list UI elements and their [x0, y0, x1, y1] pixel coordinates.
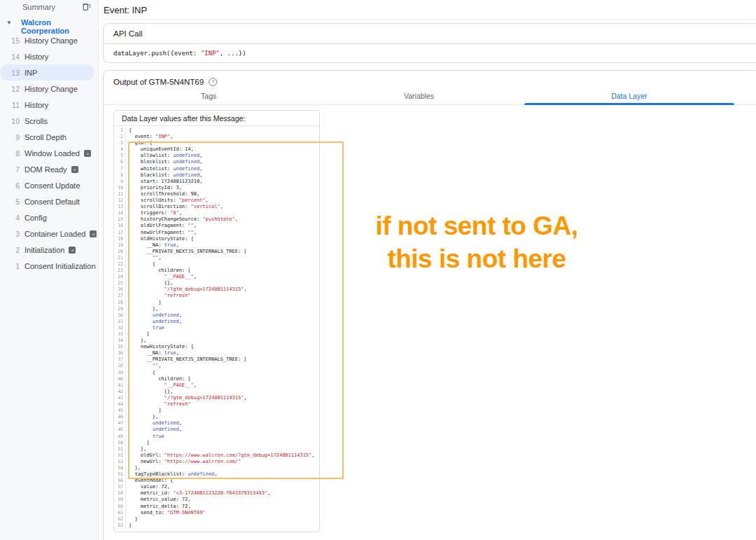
line-content: {}, — [126, 280, 173, 286]
code-line: 63 } — [114, 522, 319, 529]
line-content: metric_value: 72, — [126, 497, 191, 503]
line-content: children: [ — [126, 268, 191, 274]
tab-label: Data Layer — [611, 92, 647, 100]
sidebar-event-history[interactable]: 11 History — [0, 97, 98, 113]
clear-list-icon[interactable] — [81, 1, 92, 13]
sidebar-event-inp[interactable]: 13 INP — [0, 64, 94, 81]
line-number: 52 — [114, 452, 126, 459]
line-content: oldUrl: "https://www.walcron.com/?gtm_de… — [126, 452, 315, 459]
code-line: 50 ] — [114, 440, 319, 446]
line-content: }, — [126, 306, 158, 312]
code-line: 53 newUrl: "https://www.walcron.com/" — [114, 459, 319, 465]
line-content: oldHistoryState: { — [126, 236, 194, 242]
sidebar-event-initialization[interactable]: 2 Initialization ‹› — [0, 242, 98, 258]
code-line: 44 "refresh" — [114, 401, 319, 408]
code-line: 2 event: "INP", — [114, 134, 319, 140]
sidebar-event-consent-initialization[interactable]: 1 Consent Initialization ‹› — [0, 258, 98, 274]
line-number: 59 — [114, 497, 126, 503]
code-line: 38 "", — [114, 363, 319, 369]
line-content: triggers: "8", — [126, 210, 182, 216]
sidebar-event-window-loaded[interactable]: 8 Window Loaded ‹› — [0, 145, 98, 161]
code-line: 33 ] — [114, 331, 319, 338]
line-number: 7 — [114, 166, 126, 172]
summary-link[interactable]: Summary — [22, 3, 55, 11]
code-line: 1 { — [114, 127, 319, 134]
line-number: 21 — [114, 255, 126, 261]
sidebar-event-history[interactable]: 14 History — [0, 48, 98, 64]
line-content: undefined, — [126, 312, 182, 319]
event-number: 3 — [0, 230, 24, 238]
line-content: metric_delta: 72, — [126, 504, 191, 510]
event-label: Scrolls — [24, 117, 48, 125]
line-content: gtm: { — [126, 140, 153, 146]
sidebar-event-history-change[interactable]: 15 History Change — [0, 32, 98, 48]
line-content: }, — [126, 338, 146, 344]
line-number: 20 — [114, 249, 126, 255]
code-line: 26 "/?gtm_debug=1724801114315", — [114, 286, 319, 293]
event-list: 15 History Change 14 History 13 INP 12 H… — [0, 32, 98, 274]
code-line: 6 blocklist: undefined, — [114, 159, 319, 165]
code-line: 36 __NA: true, — [114, 350, 319, 356]
tab-data-layer[interactable]: Data Layer — [524, 89, 734, 104]
line-content: __PRIVATE_NEXTJS_INTERNALS_TREE: [ — [126, 249, 247, 255]
api-call-title: API Call — [104, 24, 756, 44]
code-line: 5 allowlist: undefined, — [114, 153, 319, 159]
event-label: Config — [24, 214, 47, 222]
sidebar-event-consent-default[interactable]: 5 Consent Default — [0, 193, 98, 209]
gtm-preview-window: Summary ▼ Walcron Coorperation 1 — [0, 0, 756, 540]
sidebar-event-dom-ready[interactable]: 7 DOM Ready ‹› — [0, 161, 98, 177]
line-number: 57 — [114, 484, 126, 490]
line-number: 31 — [114, 319, 126, 325]
collapse-arrow-icon: ▼ — [6, 20, 12, 26]
sidebar-event-consent-update[interactable]: 6 Consent Update — [0, 177, 98, 193]
event-number: 15 — [0, 36, 24, 45]
code-line: 59 metric_value: 72, — [114, 497, 319, 503]
line-number: 8 — [114, 172, 126, 179]
line-number: 9 — [114, 179, 126, 185]
line-content: undefined, — [126, 319, 182, 325]
line-number: 62 — [114, 516, 126, 522]
line-number: 61 — [114, 510, 126, 516]
line-content: "", — [126, 363, 161, 369]
code-line: 40 children: [ — [114, 376, 319, 382]
sidebar-event-scrolls[interactable]: 10 Scrolls — [0, 113, 98, 129]
code-line: 13 scrollDirection: "vertical", — [114, 204, 319, 210]
line-number: 16 — [114, 223, 126, 229]
line-content: start: 1724801123210, — [126, 179, 202, 185]
container-group-header[interactable]: ▼ Walcron Coorperation — [0, 18, 98, 29]
data-layer-code[interactable]: 1 { 2 event: "INP", 3 gtm: { 4 uniqueEve… — [114, 126, 319, 532]
event-number: 4 — [0, 214, 24, 222]
event-number: 12 — [0, 85, 24, 93]
code-line: 56 eventModel: { — [114, 478, 319, 484]
line-number: 56 — [114, 478, 126, 484]
output-title: Output of GTM-5N4NT69 — [113, 78, 204, 86]
line-content: "refresh" — [126, 293, 191, 299]
line-content: true — [126, 325, 164, 331]
code-line: 31 undefined, — [114, 319, 319, 325]
line-number: 39 — [114, 370, 126, 376]
help-icon[interactable]: ? — [209, 78, 217, 86]
code-line: 39 { — [114, 370, 319, 376]
code-line: 61 send_to: "GTM-5N4NT69" — [114, 510, 319, 516]
event-number: 1 — [0, 262, 24, 270]
code-line: 41 "__PAGE__", — [114, 382, 319, 389]
code-line: 11 scrollThreshold: 90, — [114, 191, 319, 198]
line-number: 51 — [114, 446, 126, 452]
line-number: 40 — [114, 376, 126, 382]
sidebar-event-history-change[interactable]: 12 History Change — [0, 81, 98, 97]
sidebar-event-config[interactable]: 4 Config — [0, 209, 98, 226]
tab-tags[interactable]: Tags — [104, 89, 314, 104]
line-number: 12 — [114, 198, 126, 204]
sidebar-event-scroll-depth[interactable]: 9 Scroll Depth — [0, 129, 98, 145]
line-number: 32 — [114, 325, 126, 331]
code-line: 14 triggers: "8", — [114, 210, 319, 216]
line-number: 42 — [114, 389, 126, 395]
sidebar-event-container-loaded[interactable]: 3 Container Loaded ‹› — [0, 226, 98, 242]
line-number: 38 — [114, 363, 126, 369]
code-line: 28 ] — [114, 300, 319, 306]
code-line: 27 "refresh" — [114, 293, 319, 299]
line-content: }, — [126, 465, 141, 471]
event-label: Consent Update — [24, 181, 80, 190]
event-label: Window Loaded — [24, 149, 80, 158]
tab-variables[interactable]: Variables — [314, 89, 524, 104]
